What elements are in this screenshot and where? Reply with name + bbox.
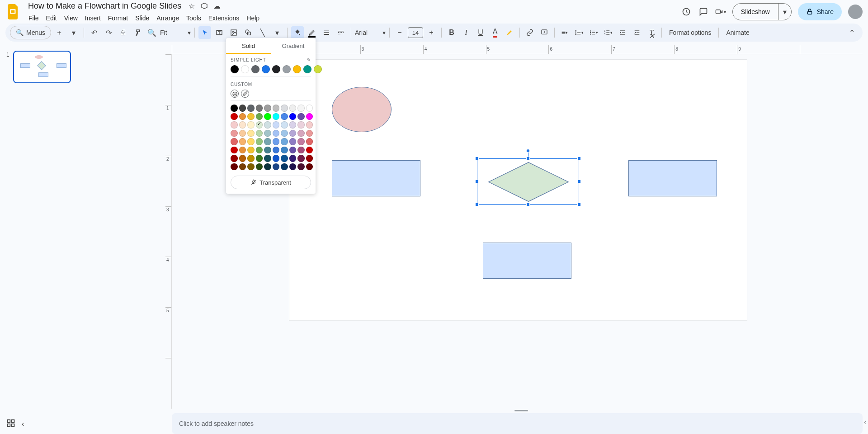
share-button[interactable]: Share xyxy=(798,3,842,20)
color-swatch[interactable] xyxy=(256,121,263,129)
animate-button[interactable]: Animate xyxy=(722,26,753,39)
color-swatch[interactable] xyxy=(289,105,297,112)
slides-logo[interactable] xyxy=(5,4,22,20)
version-history-icon[interactable] xyxy=(681,6,692,17)
color-swatch[interactable] xyxy=(273,130,280,137)
menus-search[interactable]: 🔍Menus xyxy=(10,26,51,39)
color-swatch[interactable] xyxy=(281,138,288,145)
explore-icon[interactable] xyxy=(6,419,15,429)
slide-canvas[interactable] xyxy=(289,60,747,320)
color-swatch[interactable] xyxy=(256,138,263,145)
menu-slide[interactable]: Slide xyxy=(132,13,152,24)
color-swatch[interactable] xyxy=(247,105,255,112)
italic-button[interactable]: I xyxy=(460,26,472,39)
menu-insert[interactable]: Insert xyxy=(82,13,104,24)
theme-color-swatch[interactable] xyxy=(293,65,301,73)
menu-tools[interactable]: Tools xyxy=(183,13,204,24)
underline-button[interactable]: U xyxy=(474,26,487,39)
color-swatch[interactable] xyxy=(239,105,246,112)
color-swatch[interactable] xyxy=(306,138,313,145)
color-swatch[interactable] xyxy=(281,155,288,162)
color-swatch[interactable] xyxy=(231,121,238,129)
color-swatch[interactable] xyxy=(273,155,280,162)
star-icon[interactable]: ☆ xyxy=(188,2,196,10)
font-family-select[interactable]: Arial▾ xyxy=(355,29,386,36)
color-swatch[interactable] xyxy=(247,113,255,120)
color-swatch[interactable] xyxy=(256,130,263,137)
color-swatch[interactable] xyxy=(306,121,313,129)
document-title[interactable]: How to Make a Flowchart in Google Slides xyxy=(25,0,184,12)
resize-handle[interactable] xyxy=(526,203,530,206)
color-swatch[interactable] xyxy=(297,147,305,154)
font-size-input[interactable]: 14 xyxy=(408,27,423,38)
color-swatch[interactable] xyxy=(273,147,280,154)
format-options-button[interactable]: Format options xyxy=(665,26,715,39)
theme-color-swatch[interactable] xyxy=(262,65,270,73)
color-swatch[interactable] xyxy=(256,105,263,112)
color-swatch[interactable] xyxy=(289,163,297,171)
speaker-notes-drag-handle[interactable] xyxy=(514,410,528,411)
color-swatch[interactable] xyxy=(281,147,288,154)
color-swatch[interactable] xyxy=(247,130,255,137)
color-swatch[interactable] xyxy=(239,130,246,137)
color-swatch[interactable] xyxy=(289,130,297,137)
resize-handle[interactable] xyxy=(475,203,479,206)
image-tool[interactable] xyxy=(227,26,240,39)
color-swatch[interactable] xyxy=(297,155,305,162)
speaker-notes[interactable]: Click to add speaker notes xyxy=(172,413,863,434)
font-size-increase[interactable]: + xyxy=(425,26,438,39)
color-swatch[interactable] xyxy=(281,163,288,171)
color-swatch[interactable] xyxy=(231,130,238,137)
slideshow-dropdown[interactable]: ▾ xyxy=(778,8,791,16)
textbox-tool[interactable] xyxy=(213,26,226,39)
fill-color-button[interactable] xyxy=(291,26,304,39)
color-swatch[interactable] xyxy=(306,155,313,162)
meet-icon[interactable]: ▾ xyxy=(715,6,726,17)
color-swatch[interactable] xyxy=(281,105,288,112)
insert-link-button[interactable] xyxy=(524,26,536,39)
selection-box[interactable] xyxy=(477,158,579,205)
color-swatch[interactable] xyxy=(247,163,255,171)
add-custom-color-button[interactable]: ⊕ xyxy=(231,90,239,98)
color-swatch[interactable] xyxy=(306,163,313,171)
color-swatch[interactable] xyxy=(289,147,297,154)
bulleted-list-button[interactable]: ▾ xyxy=(587,26,600,39)
color-swatch[interactable] xyxy=(239,155,246,162)
color-swatch[interactable] xyxy=(281,121,288,129)
border-color-button[interactable] xyxy=(306,26,318,39)
undo-button[interactable]: ↶ xyxy=(88,26,100,39)
color-swatch[interactable] xyxy=(289,138,297,145)
color-swatch[interactable] xyxy=(264,105,271,112)
color-swatch[interactable] xyxy=(231,163,238,171)
color-swatch[interactable] xyxy=(297,163,305,171)
color-swatch[interactable] xyxy=(256,163,263,171)
shape-rect-left[interactable] xyxy=(332,160,420,196)
color-swatch[interactable] xyxy=(297,130,305,137)
move-icon[interactable] xyxy=(200,2,208,10)
zoom-select[interactable]: Fit▾ xyxy=(160,29,191,36)
color-swatch[interactable] xyxy=(273,105,280,112)
color-swatch[interactable] xyxy=(256,147,263,154)
shape-tool[interactable] xyxy=(242,26,255,39)
rotation-handle[interactable] xyxy=(526,149,530,153)
color-swatch[interactable] xyxy=(281,130,288,137)
color-swatch[interactable] xyxy=(247,121,255,129)
color-swatch[interactable] xyxy=(239,121,246,129)
resize-handle[interactable] xyxy=(577,157,581,160)
resize-handle[interactable] xyxy=(577,203,581,206)
zoom-icon[interactable]: 🔍 xyxy=(146,26,158,39)
menu-help[interactable]: Help xyxy=(243,13,263,24)
cloud-status-icon[interactable]: ☁ xyxy=(213,2,221,10)
color-swatch[interactable] xyxy=(289,155,297,162)
color-swatch[interactable] xyxy=(306,105,313,112)
highlight-color-button[interactable] xyxy=(503,26,516,39)
color-swatch[interactable] xyxy=(297,121,305,129)
resize-handle[interactable] xyxy=(526,157,530,160)
theme-color-swatch[interactable] xyxy=(272,65,280,73)
theme-color-swatch[interactable] xyxy=(231,65,239,73)
color-swatch[interactable] xyxy=(231,113,238,120)
menu-edit[interactable]: Edit xyxy=(43,13,60,24)
theme-color-swatch[interactable] xyxy=(283,65,291,73)
color-swatch[interactable] xyxy=(231,138,238,145)
menu-arrange[interactable]: Arrange xyxy=(153,13,182,24)
